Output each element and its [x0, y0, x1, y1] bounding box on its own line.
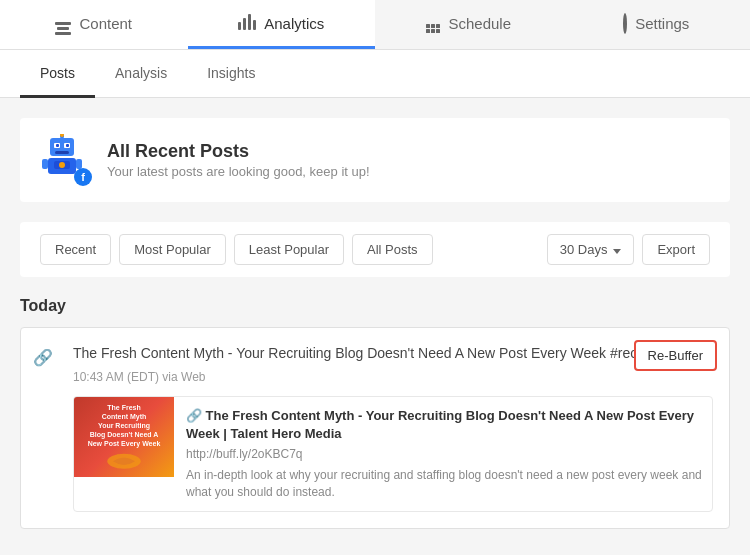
chain-link-icon: 🔗 — [33, 348, 53, 367]
sub-navigation: Posts Analysis Insights — [0, 50, 750, 98]
days-label: 30 Days — [560, 242, 608, 257]
main-content: f All Recent Posts Your latest posts are… — [0, 98, 750, 549]
tab-settings-label: Settings — [635, 15, 689, 32]
post-preview-title: 🔗 The Fresh Content Myth - Your Recruiti… — [186, 407, 702, 443]
post-preview-content: 🔗 The Fresh Content Myth - Your Recruiti… — [186, 397, 712, 511]
img-line-4: Blog Doesn't Need A — [90, 430, 159, 439]
today-section: Today 🔗 The Fresh Content Myth - Your Re… — [20, 297, 730, 529]
img-line-5: New Post Every Week — [88, 439, 161, 448]
subtab-analysis[interactable]: Analysis — [95, 50, 187, 98]
post-text: The Fresh Content Myth - Your Recruiting… — [73, 344, 713, 364]
tab-schedule[interactable]: Schedule — [375, 0, 563, 49]
bars-icon — [238, 14, 256, 33]
post-card: 🔗 The Fresh Content Myth - Your Recruiti… — [20, 327, 730, 529]
filter-bar: Recent Most Popular Least Popular All Po… — [20, 222, 730, 277]
post-body: The Fresh Content Myth - Your Recruiting… — [65, 328, 729, 528]
svg-rect-9 — [42, 159, 48, 169]
header-text: All Recent Posts Your latest posts are l… — [107, 141, 370, 179]
img-line-1: The Fresh — [107, 403, 140, 412]
svg-rect-4 — [66, 144, 69, 147]
svg-rect-3 — [56, 144, 59, 147]
img-line-3: Your Recruiting — [98, 421, 150, 430]
days-dropdown[interactable]: 30 Days — [547, 234, 635, 265]
page-subtitle: Your latest posts are looking good, keep… — [107, 164, 370, 179]
top-navigation: Content Analytics Schedule Settings — [0, 0, 750, 50]
post-preview-image: The Fresh Content Myth Your Recruiting B… — [74, 397, 174, 477]
tab-settings[interactable]: Settings — [563, 0, 751, 49]
layers-icon — [55, 11, 71, 35]
tab-content-label: Content — [79, 15, 132, 32]
grid-icon — [426, 14, 440, 33]
post-preview: The Fresh Content Myth Your Recruiting B… — [73, 396, 713, 512]
filter-recent-button[interactable]: Recent — [40, 234, 111, 265]
svg-point-12 — [59, 162, 65, 168]
tab-content[interactable]: Content — [0, 0, 188, 49]
avatar: f — [40, 134, 92, 186]
facebook-badge: f — [74, 168, 92, 186]
rebuffer-button[interactable]: Re-Buffer — [634, 340, 717, 371]
today-label: Today — [20, 297, 730, 315]
posts-header: f All Recent Posts Your latest posts are… — [20, 118, 730, 202]
filter-least-popular-button[interactable]: Least Popular — [234, 234, 344, 265]
gear-icon — [623, 15, 627, 32]
post-preview-description: An in-depth look at why your recruiting … — [186, 467, 702, 501]
filter-most-popular-button[interactable]: Most Popular — [119, 234, 226, 265]
post-preview-url: http://buff.ly/2oKBC7q — [186, 447, 702, 461]
tab-analytics[interactable]: Analytics — [188, 0, 376, 49]
subtab-insights[interactable]: Insights — [187, 50, 275, 98]
svg-rect-7 — [55, 151, 69, 154]
img-line-2: Content Myth — [102, 412, 147, 421]
chevron-down-icon — [613, 242, 621, 257]
filter-all-posts-button[interactable]: All Posts — [352, 234, 433, 265]
tab-schedule-label: Schedule — [448, 15, 511, 32]
subtab-posts[interactable]: Posts — [20, 50, 95, 98]
post-meta: 10:43 AM (EDT) via Web — [73, 370, 713, 384]
preview-image-graphic — [104, 452, 144, 471]
post-link-icon: 🔗 — [21, 328, 65, 528]
page-title: All Recent Posts — [107, 141, 370, 162]
export-button[interactable]: Export — [642, 234, 710, 265]
tab-analytics-label: Analytics — [264, 15, 324, 32]
